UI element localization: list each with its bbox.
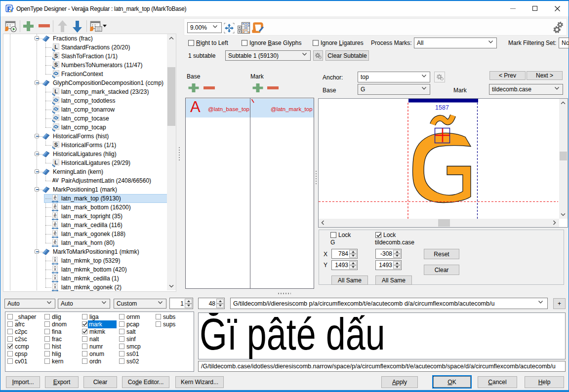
svg-text:S: S <box>54 62 58 68</box>
svg-text:ê: ê <box>54 204 57 209</box>
svg-text:AV: AV <box>52 178 58 183</box>
svg-text:ê: ê <box>54 222 57 227</box>
svg-text:ê: ê <box>54 195 57 200</box>
svg-text:ê: ê <box>54 231 57 236</box>
svg-text:ê: ê <box>54 213 57 218</box>
svg-text:L: L <box>54 88 58 94</box>
svg-text:L: L <box>54 44 58 50</box>
svg-text:S: S <box>54 53 58 59</box>
svg-text:L: L <box>54 159 58 165</box>
svg-text:ê: ê <box>54 239 57 245</box>
svg-text:1587: 1587 <box>435 104 449 111</box>
svg-text:S: S <box>54 142 58 148</box>
